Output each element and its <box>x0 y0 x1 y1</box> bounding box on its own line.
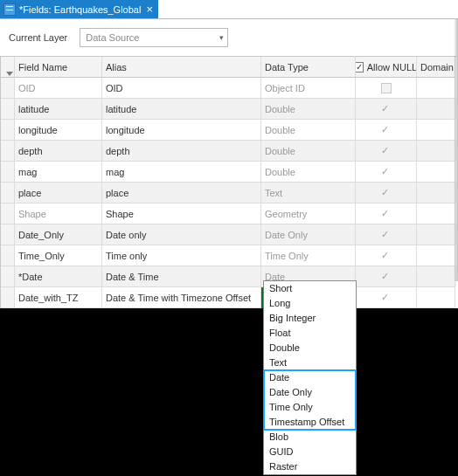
cell-data-type[interactable]: Geometry <box>261 204 356 224</box>
dropdown-item[interactable]: Blob <box>264 430 356 445</box>
cell-domain[interactable] <box>417 287 455 308</box>
cell-allow-null[interactable]: ✓ <box>356 162 417 183</box>
row-handle[interactable] <box>1 224 15 245</box>
dropdown-item[interactable]: Text <box>264 355 356 370</box>
row-handle[interactable] <box>1 120 15 141</box>
dropdown-item[interactable]: Long <box>264 296 356 311</box>
cell-allow-null[interactable] <box>356 78 417 99</box>
row-handle[interactable] <box>1 266 15 287</box>
cell-alias[interactable]: OID <box>102 78 261 99</box>
cell-allow-null[interactable]: ✓ <box>356 141 417 162</box>
table-row[interactable]: depthdepthDouble✓ <box>1 141 456 162</box>
table-row[interactable]: Date_with_TZDate & Time with Timezone Of… <box>1 287 456 308</box>
dropdown-item[interactable]: Timestamp Offset <box>264 415 356 430</box>
allow-null-header-checkbox[interactable]: ✓ <box>356 62 364 72</box>
cell-domain[interactable] <box>417 245 455 266</box>
cell-alias[interactable]: Date & Time with Timezone Offset <box>102 287 261 308</box>
cell-allow-null[interactable]: ✓ <box>356 224 417 245</box>
dropdown-item[interactable]: Date <box>264 370 356 385</box>
table-row[interactable]: *DateDate & TimeDate✓ <box>1 266 456 287</box>
close-icon[interactable]: × <box>144 3 155 15</box>
table-row[interactable]: Date_OnlyDate onlyDate Only✓ <box>1 224 456 245</box>
cell-alias[interactable]: latitude <box>102 99 261 120</box>
cell-domain[interactable] <box>417 266 455 287</box>
cell-alias[interactable]: Shape <box>102 204 261 224</box>
cell-alias[interactable]: place <box>102 183 261 204</box>
dropdown-item[interactable]: Date Only <box>264 385 356 400</box>
cell-allow-null[interactable]: ✓ <box>356 245 417 266</box>
dropdown-item[interactable]: Big Integer <box>264 311 356 326</box>
col-alias[interactable]: Alias <box>102 57 261 78</box>
cell-field-name[interactable]: *Date <box>15 266 102 287</box>
row-handle[interactable] <box>1 287 15 308</box>
col-domain[interactable]: Domain <box>417 57 455 78</box>
row-handle[interactable] <box>1 162 15 183</box>
cell-domain[interactable] <box>417 99 455 120</box>
cell-data-type[interactable]: Date Only <box>261 224 356 245</box>
cell-domain[interactable] <box>417 204 455 224</box>
dropdown-item[interactable]: Time Only <box>264 400 356 415</box>
row-handle[interactable] <box>1 141 15 162</box>
cell-domain[interactable] <box>417 224 455 245</box>
row-selector-header[interactable] <box>1 57 15 78</box>
cell-domain[interactable] <box>417 183 455 204</box>
dropdown-item[interactable]: Raster <box>264 459 356 474</box>
table-row[interactable]: Time_OnlyTime onlyTime Only✓ <box>1 245 456 266</box>
cell-domain[interactable] <box>417 141 455 162</box>
cell-field-name[interactable]: longitude <box>15 120 102 141</box>
cell-alias[interactable]: Date & Time <box>102 266 261 287</box>
cell-field-name[interactable]: Date_with_TZ <box>15 287 102 308</box>
data-type-dropdown[interactable]: ShortLongBig IntegerFloatDoubleTextDateD… <box>263 280 357 475</box>
row-handle[interactable] <box>1 99 15 120</box>
cell-data-type[interactable]: Double <box>261 162 356 183</box>
table-row[interactable]: ShapeShapeGeometry✓ <box>1 204 456 224</box>
cell-domain[interactable] <box>417 120 455 141</box>
row-handle[interactable] <box>1 183 15 204</box>
cell-allow-null[interactable]: ✓ <box>356 266 417 287</box>
cell-field-name[interactable]: mag <box>15 162 102 183</box>
cell-allow-null[interactable]: ✓ <box>356 183 417 204</box>
cell-allow-null[interactable]: ✓ <box>356 287 417 308</box>
cell-field-name[interactable]: Shape <box>15 204 102 224</box>
cell-data-type[interactable]: Object ID <box>261 78 356 99</box>
cell-allow-null[interactable]: ✓ <box>356 204 417 224</box>
cell-alias[interactable]: Date only <box>102 224 261 245</box>
table-row[interactable]: latitudelatitudeDouble✓ <box>1 99 456 120</box>
row-handle[interactable] <box>1 245 15 266</box>
cell-allow-null[interactable]: ✓ <box>356 120 417 141</box>
cell-field-name[interactable]: Date_Only <box>15 224 102 245</box>
cell-alias[interactable]: depth <box>102 141 261 162</box>
cell-data-type[interactable]: Double <box>261 141 356 162</box>
cell-field-name[interactable]: OID <box>15 78 102 99</box>
row-handle[interactable] <box>1 204 15 224</box>
cell-allow-null[interactable]: ✓ <box>356 99 417 120</box>
col-field-name[interactable]: Field Name <box>15 57 102 78</box>
cell-data-type[interactable]: Text <box>261 183 356 204</box>
cell-field-name[interactable]: place <box>15 183 102 204</box>
cell-domain[interactable] <box>417 162 455 183</box>
col-allow-null[interactable]: ✓ Allow NULL <box>356 57 417 78</box>
table-row[interactable]: OIDOIDObject ID <box>1 78 456 99</box>
data-source-combo[interactable]: Data Source ▾ <box>80 28 228 47</box>
table-row[interactable]: magmagDouble✓ <box>1 162 456 183</box>
row-handle[interactable] <box>1 78 15 99</box>
dropdown-item[interactable]: Double <box>264 341 356 355</box>
checkbox-empty <box>381 83 392 93</box>
cell-data-type[interactable]: Double <box>261 120 356 141</box>
dropdown-item[interactable]: Float <box>264 326 356 341</box>
dropdown-item[interactable]: GUID <box>264 445 356 459</box>
tab-fields[interactable]: *Fields: Earthquakes_Global × <box>0 0 158 18</box>
cell-domain[interactable] <box>417 78 455 99</box>
cell-field-name[interactable]: depth <box>15 141 102 162</box>
cell-field-name[interactable]: latitude <box>15 99 102 120</box>
cell-field-name[interactable]: Time_Only <box>15 245 102 266</box>
col-data-type[interactable]: Data Type <box>261 57 356 78</box>
cell-alias[interactable]: Time only <box>102 245 261 266</box>
cell-alias[interactable]: longitude <box>102 120 261 141</box>
cell-data-type[interactable]: Time Only <box>261 245 356 266</box>
cell-data-type[interactable]: Double <box>261 99 356 120</box>
table-row[interactable]: longitudelongitudeDouble✓ <box>1 120 456 141</box>
dropdown-item[interactable]: Short <box>264 281 356 296</box>
table-row[interactable]: placeplaceText✓ <box>1 183 456 204</box>
cell-alias[interactable]: mag <box>102 162 261 183</box>
